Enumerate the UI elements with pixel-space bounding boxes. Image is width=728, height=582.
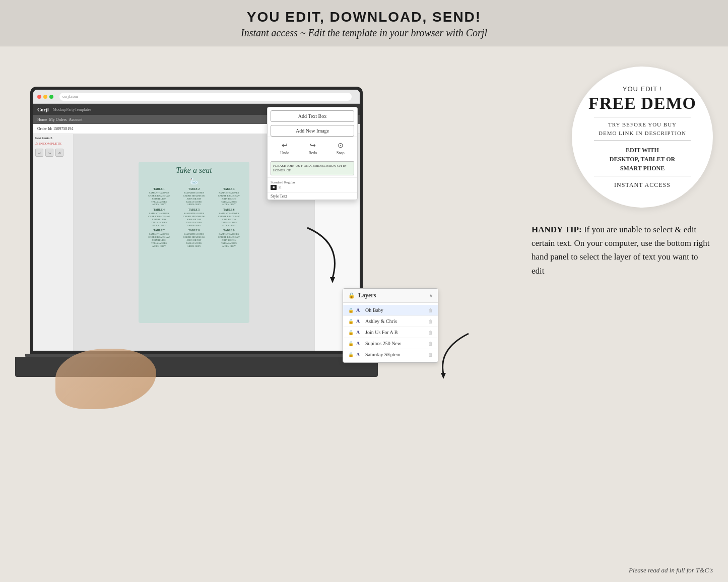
layer-delete-3[interactable]: 🗑	[428, 330, 433, 335]
banner-title: YOU EDIT, DOWNLOAD, SEND!	[0, 9, 728, 25]
footer: Please read ad in full for T&C's	[629, 566, 713, 574]
seating-table-header-4: TABLE 4	[143, 208, 175, 211]
layer-type-4: A	[356, 341, 362, 346]
seating-table-col-2: TABLE 2 SAMANTHA JONESCARRIE BRADSHAWJOH…	[177, 187, 210, 206]
seating-table-header-5: TABLE 5	[177, 208, 210, 211]
seating-tables: TABLE 1 SAMANTHA JONESCARRIE BRADSHAWJOH…	[143, 187, 245, 248]
demo-try-before-label: TRY BEFORE YOU BUY DEMO LINK IN DESCRIPT…	[599, 120, 686, 137]
browser-chrome: corjl.com	[33, 90, 360, 104]
corjl-tool-icons: ↩ ↪ ⊙	[35, 149, 71, 157]
seating-table-col-8: TABLE 8 SAMANTHA JONESCARRIE BRADSHAWJOH…	[177, 229, 210, 247]
layer-delete-4[interactable]: 🗑	[428, 341, 433, 346]
layers-lock-icon: 🔒	[348, 292, 355, 299]
seating-table-names-1: SAMANTHA JONESCARRIE BRADSHAWJOHN HILTON…	[143, 191, 175, 206]
seating-table-names-5: SAMANTHA JONESCARRIE BRADSHAWJOHN HILTON…	[177, 212, 210, 227]
snap-label: Snap	[337, 151, 345, 155]
demo-you-edit-label: YOU EDIT !	[623, 85, 662, 93]
demo-divider-3	[594, 176, 691, 176]
corjl-tool-icon-3[interactable]: ⊙	[55, 149, 63, 157]
layers-header-left: 🔒 Layers	[348, 292, 376, 299]
corjl-best-fonts: best fonts 5	[35, 136, 71, 140]
layer-item-ashley-chris[interactable]: 🔒 A Ashley & Chris 🗑	[343, 316, 438, 327]
snap-tool[interactable]: ⊙ Snap	[337, 141, 345, 155]
browser-address-bar[interactable]: corjl.com	[59, 93, 352, 101]
corjl-tool-icon-1[interactable]: ↩	[35, 149, 43, 157]
seating-table-names-3: SAMANTHA JONESCARRIE BRADSHAWJOHN HILTON…	[213, 191, 245, 206]
layer-lock-1: 🔒	[348, 308, 353, 313]
corjl-status-incomplete: ⚠ INCOMPLETE	[35, 142, 71, 146]
seating-table-col-5: TABLE 5 SAMANTHA JONESCARRIE BRADSHAWJOH…	[177, 208, 210, 227]
curved-arrow-layers	[433, 329, 474, 379]
layer-name-3: Join Us For A B	[365, 330, 425, 335]
layer-delete-1[interactable]: 🗑	[428, 308, 433, 313]
layers-panel: 🔒 Layers ∨ 🔒 A Oh Baby 🗑 🔒 A Ashley & Ch…	[343, 288, 438, 363]
layers-list: 🔒 A Oh Baby 🗑 🔒 A Ashley & Chris 🗑 🔒 A J…	[343, 303, 438, 362]
mobile-panel: Add Text Box Add New Image ↩ Undo ↪ Redo…	[267, 107, 358, 200]
seating-table-col-7: TABLE 7 SAMANTHA JONESCARRIE BRADSHAWJOH…	[143, 229, 175, 247]
seating-table-col-9: TABLE 9 SAMANTHA JONESCARRIE BRADSHAWJOH…	[213, 229, 245, 247]
layer-name-1: Oh Baby	[365, 307, 425, 313]
layer-delete-2[interactable]: 🗑	[428, 319, 433, 324]
seating-table-names-4: SAMANTHA JONESCARRIE BRADSHAWJOHN HILTON…	[143, 212, 175, 227]
seating-table-header-7: TABLE 7	[143, 229, 175, 232]
mobile-panel-tools: ↩ Undo ↪ Redo ⊙ Snap	[268, 137, 357, 159]
layer-lock-4: 🔒	[348, 341, 353, 346]
demo-free-demo-label: FREE DEMO	[588, 95, 696, 112]
layer-lock-5: 🔒	[348, 352, 353, 357]
mobile-size: 11	[278, 185, 282, 189]
corjl-tool-icon-2[interactable]: ↪	[45, 149, 53, 157]
seating-table-header-3: TABLE 3	[213, 187, 245, 190]
handy-tip-label: HANDY TIP:	[532, 225, 582, 234]
seating-table-col-6: TABLE 6 SAMANTHA JONESCARRIE BRADSHAWJOH…	[213, 208, 245, 227]
svg-marker-0	[330, 277, 335, 283]
demo-try-text: TRY BEFORE YOU BUY	[608, 121, 677, 127]
mobile-toolbar-label: Standard Regular	[271, 180, 295, 184]
seating-table-col-4: TABLE 4 SAMANTHA JONESCARRIE BRADSHAWJOH…	[143, 208, 175, 227]
browser-dot-minimize	[43, 95, 47, 99]
seating-table-header-9: TABLE 9	[213, 229, 245, 232]
hand-typing	[55, 349, 156, 409]
demo-divider-1	[594, 117, 691, 117]
layers-title: Layers	[358, 292, 376, 299]
curved-arrow-mobile	[302, 223, 353, 283]
layer-item-join-us[interactable]: 🔒 A Join Us For A B 🗑	[343, 327, 438, 338]
corjl-logo: Corjl	[37, 107, 49, 112]
layer-delete-5[interactable]: 🗑	[428, 352, 433, 357]
mobile-toolbar-row-1: Standard Regular	[271, 180, 354, 184]
redo-tool[interactable]: ↪ Redo	[308, 141, 317, 155]
add-text-box-button[interactable]: Add Text Box	[271, 110, 354, 122]
layer-name-4: Supinos 250 New	[365, 341, 425, 346]
seating-chart-preview: Take a seat 🦢 TABLE 1 SAMANTHA JONESCARR…	[139, 162, 249, 323]
undo-tool[interactable]: ↩ Undo	[280, 141, 289, 155]
redo-label: Redo	[308, 151, 317, 155]
demo-instant-access-label: INSTANT ACCESS	[614, 181, 671, 189]
banner-subtitle: Instant access ~ Edit the template in yo…	[0, 27, 728, 39]
layer-name-5: Saturday SEptem	[365, 352, 425, 357]
seating-table-names-7: SAMANTHA JONESCARRIE BRADSHAWJOHN HILTON…	[143, 233, 175, 247]
layer-lock-3: 🔒	[348, 330, 353, 335]
demo-circle: YOU EDIT ! FREE DEMO TRY BEFORE YOU BUY …	[572, 67, 713, 208]
seating-table-names-2: SAMANTHA JONESCARRIE BRADSHAWJOHN HILTON…	[177, 191, 210, 206]
layer-item-supinos[interactable]: 🔒 A Supinos 250 New 🗑	[343, 338, 438, 349]
corjl-nav-item3: Account	[69, 117, 82, 122]
corjl-sidebar-left: best fonts 5 ⚠ INCOMPLETE ↩ ↪ ⊙	[33, 134, 74, 351]
seating-table-header-1: TABLE 1	[143, 187, 175, 190]
seating-table-col-3: TABLE 3 SAMANTHA JONESCARRIE BRADSHAWJOH…	[213, 187, 245, 206]
layers-chevron-icon[interactable]: ∨	[429, 293, 433, 298]
layer-type-5: A	[356, 352, 362, 357]
seating-table-header-8: TABLE 8	[177, 229, 210, 232]
layers-header: 🔒 Layers ∨	[343, 289, 438, 303]
demo-divider-2	[594, 140, 691, 141]
demo-link-text: DEMO LINK IN DESCRIPTION	[599, 130, 686, 136]
demo-edit-with-label: EDIT WITHDESKTOP, TABLET ORSMART PHONE	[610, 146, 675, 173]
seating-table-header-6: TABLE 6	[213, 208, 245, 211]
add-new-image-button[interactable]: Add New Image	[271, 125, 354, 137]
layer-item-oh-baby[interactable]: 🔒 A Oh Baby 🗑	[343, 305, 438, 316]
seating-chart-swan: 🦢	[143, 177, 245, 185]
mobile-color-swatch: ■	[271, 185, 277, 190]
browser-dot-close	[37, 95, 41, 99]
seating-table-header-2: TABLE 2	[177, 187, 210, 190]
layer-item-saturday[interactable]: 🔒 A Saturday SEptem 🗑	[343, 349, 438, 360]
undo-icon: ↩	[282, 141, 288, 150]
mobile-toolbar-row-2: ■ 11	[271, 185, 354, 190]
